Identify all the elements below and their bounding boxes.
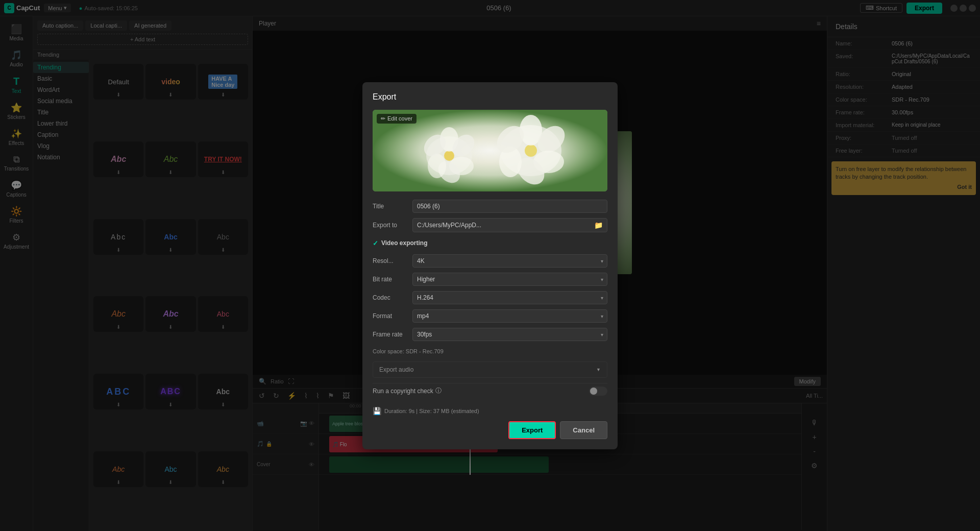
- form-row-bitrate: Bit rate Low Medium High Higher ▾: [373, 273, 607, 286]
- edit-cover-button[interactable]: ✏ Edit cover: [377, 114, 416, 124]
- copyright-info-icon: ⓘ: [435, 387, 442, 395]
- form-row-export-to: Export to C:/Users/MyPC/AppD... 📁: [373, 218, 607, 232]
- form-row-framerate: Frame rate 24fps 25fps 30fps 60fps ▾: [373, 328, 607, 341]
- export-to-label: Export to: [373, 222, 408, 229]
- file-icon: 💾: [373, 407, 381, 415]
- format-label: Format: [373, 312, 408, 320]
- color-space-info: Color space: SDR - Rec.709: [373, 346, 607, 356]
- video-section-header: Video exporting: [373, 237, 607, 249]
- export-path-value: C:/Users/MyPC/AppD...: [417, 222, 481, 229]
- copyright-text: Run a copyright check: [373, 388, 433, 395]
- svg-point-10: [444, 151, 454, 161]
- resolution-select[interactable]: 720p 1080p 2K 4K: [412, 254, 607, 268]
- codec-label: Codec: [373, 294, 408, 301]
- codec-select[interactable]: H.264 H.265 ProRes: [412, 291, 607, 304]
- bitrate-select[interactable]: Low Medium High Higher: [412, 273, 607, 286]
- format-select[interactable]: mp4 mov avi: [412, 309, 607, 323]
- form-row-codec: Codec H.264 H.265 ProRes ▾: [373, 291, 607, 304]
- svg-point-15: [428, 154, 446, 178]
- export-preview[interactable]: ✏ Edit cover: [373, 110, 607, 191]
- form-row-title: Title: [373, 200, 607, 213]
- form-row-format: Format mp4 mov avi ▾: [373, 309, 607, 323]
- audio-section: Export audio: [373, 361, 607, 378]
- export-form: Title Export to C:/Users/MyPC/AppD... 📁 …: [373, 200, 607, 399]
- format-select-wrapper: mp4 mov avi ▾: [412, 309, 607, 323]
- framerate-select[interactable]: 24fps 25fps 30fps 60fps: [412, 328, 607, 341]
- codec-select-wrapper: H.264 H.265 ProRes ▾: [412, 291, 607, 304]
- folder-icon: 📁: [594, 221, 603, 229]
- resolution-select-wrapper: 720p 1080p 2K 4K ▾: [412, 254, 607, 268]
- framerate-select-wrapper: 24fps 25fps 30fps 60fps ▾: [412, 328, 607, 341]
- copyright-label: Run a copyright check ⓘ: [373, 387, 442, 395]
- toggle-knob: [590, 388, 597, 395]
- edit-icon: ✏: [381, 115, 385, 122]
- copyright-row: Run a copyright check ⓘ: [373, 383, 607, 399]
- export-cancel-button[interactable]: Cancel: [560, 421, 607, 439]
- framerate-label: Frame rate: [373, 331, 408, 338]
- edit-cover-label: Edit cover: [387, 115, 412, 122]
- bitrate-select-wrapper: Low Medium High Higher ▾: [412, 273, 607, 286]
- export-actions: Export Cancel: [373, 421, 607, 439]
- svg-point-2: [525, 144, 537, 157]
- audio-header[interactable]: Export audio: [379, 366, 601, 373]
- copyright-toggle[interactable]: [589, 387, 607, 396]
- export-modal-title: Export: [373, 92, 607, 102]
- title-label: Title: [373, 203, 408, 210]
- file-info: 💾 Duration: 9s | Size: 37 MB (estimated): [373, 407, 607, 415]
- form-row-resolution: Resol... 720p 1080p 2K 4K ▾: [373, 254, 607, 268]
- export-confirm-button[interactable]: Export: [508, 421, 556, 439]
- export-modal: Export: [362, 82, 618, 449]
- modal-overlay: Export: [0, 0, 980, 531]
- file-info-text: Duration: 9s | Size: 37 MB (estimated): [384, 408, 479, 414]
- export-path-selector[interactable]: C:/Users/MyPC/AppD... 📁: [412, 218, 607, 232]
- title-input[interactable]: [412, 200, 607, 213]
- resolution-label: Resol...: [373, 257, 408, 264]
- bitrate-label: Bit rate: [373, 276, 408, 283]
- export-footer: 💾 Duration: 9s | Size: 37 MB (estimated)…: [373, 407, 607, 439]
